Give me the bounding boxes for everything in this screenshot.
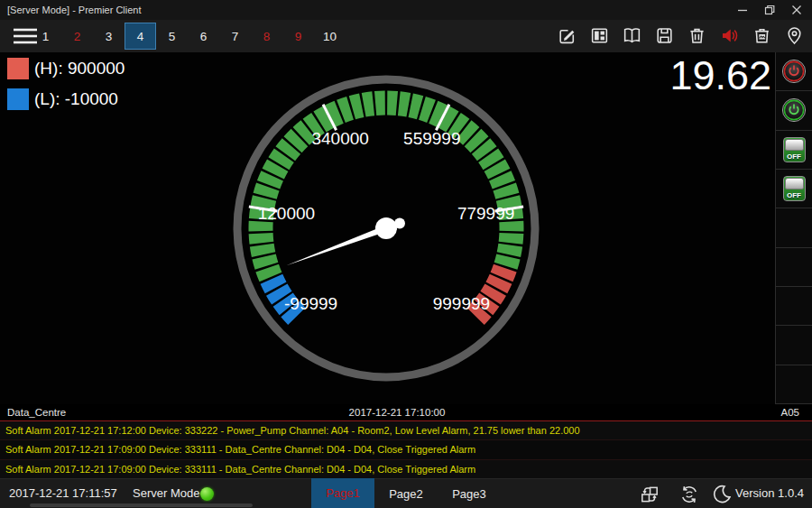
sidebar-cell-empty-5	[776, 208, 812, 247]
gauge-segment	[341, 108, 350, 111]
toggle-switch-1[interactable]: OFF	[776, 131, 812, 170]
gauge-tick-label: 120000	[258, 204, 315, 223]
swap-layout-icon[interactable]	[638, 483, 661, 506]
gauge-segment	[279, 155, 284, 163]
power-on-button[interactable]	[776, 91, 812, 130]
gauge-segment	[455, 123, 463, 128]
gauge-segment	[262, 245, 263, 255]
gauge-segment	[422, 108, 431, 111]
alarm-list: Soft Alarm 2017-12-21 17:12:00 Device: 3…	[0, 420, 812, 479]
gauge-segment	[269, 176, 272, 185]
sidebar-cell-empty-7	[776, 287, 812, 326]
gauge-panel: (H): 900000 (L): -10000 19.62 -999991200…	[0, 52, 812, 404]
legend-low-swatch	[7, 88, 29, 110]
close-icon[interactable]	[783, 0, 810, 20]
alarm-row-1[interactable]: Soft Alarm 2017-12-21 17:12:00 Device: 3…	[0, 421, 812, 440]
screen-tab-3[interactable]: 3	[93, 23, 125, 50]
screen-tab-5[interactable]: 5	[156, 23, 188, 50]
gauge-segment	[444, 117, 452, 122]
legend-high-row: (H): 900000	[7, 57, 125, 79]
legend-high-label: (H): 900000	[34, 59, 125, 79]
gauge-footer: Data_Centre 2017-12-21 17:10:00 A05	[0, 404, 812, 420]
legend-low-label: (L): -10000	[34, 89, 118, 109]
screen-tab-2[interactable]: 2	[61, 23, 93, 50]
screen-tab-10[interactable]: 10	[314, 23, 346, 50]
gauge-tick-label: 779999	[457, 204, 514, 223]
screen-tab-6[interactable]: 6	[188, 23, 219, 50]
gauge-segment	[273, 165, 278, 173]
control-sidebar: OFFOFF	[775, 52, 812, 404]
toggle-label: OFF	[784, 152, 805, 162]
save-icon[interactable]	[653, 24, 676, 47]
horizontal-scrollbar-thumb[interactable]	[30, 503, 253, 507]
gauge-tick-label: 559999	[403, 129, 460, 148]
restore-icon[interactable]	[756, 0, 783, 20]
channel-label: A05	[781, 404, 799, 420]
gauge-segment	[481, 146, 487, 153]
layout-grid-icon[interactable]	[588, 24, 611, 47]
sidebar-cell-empty-8	[776, 326, 812, 365]
gauge-segment	[433, 112, 442, 115]
screen-tab-8[interactable]: 8	[251, 23, 282, 50]
gauge-segment	[265, 187, 268, 196]
gauge-segment	[411, 106, 420, 108]
gauge-segment	[491, 290, 496, 298]
sync-icon[interactable]	[678, 483, 701, 506]
screen-tab-4[interactable]: 4	[125, 23, 156, 50]
gauge-segment	[506, 257, 509, 266]
toggle-off-icon: OFF	[783, 137, 806, 162]
page-button-Page1[interactable]: Page1	[311, 478, 374, 508]
gauge-segment	[264, 257, 267, 266]
screen-tab-9[interactable]: 9	[282, 23, 314, 50]
gauge-segment	[285, 146, 291, 153]
gauge-segment	[496, 279, 501, 288]
gauge-needle	[286, 226, 387, 265]
gauge-segment	[488, 155, 494, 163]
gauge-segment	[504, 187, 507, 196]
delete-icon[interactable]	[686, 24, 708, 47]
toggle-switch-2[interactable]: OFF	[776, 170, 812, 208]
alarm-row-3[interactable]: Soft Alarm 2017-12-21 17:09:00 Device: 3…	[0, 460, 812, 479]
logbook-icon[interactable]	[621, 24, 643, 47]
page-button-Page2[interactable]: Page2	[374, 479, 438, 508]
toggle-label: OFF	[784, 190, 805, 200]
gauge-segment	[301, 130, 309, 136]
gauge-segment	[330, 112, 339, 115]
alarm-sound-icon[interactable]	[718, 24, 741, 47]
gauge-segment	[267, 268, 271, 277]
gauge-segment	[509, 245, 511, 255]
gauge-hub	[375, 217, 397, 239]
location-icon[interactable]	[783, 24, 806, 47]
gauge-segment	[272, 279, 276, 288]
gauge-segment	[502, 268, 505, 277]
alarm-row-2[interactable]: Soft Alarm 2017-12-21 17:09:00 Device: 3…	[0, 440, 812, 459]
clear-history-icon[interactable]	[751, 24, 773, 47]
sidebar-cell-empty-6	[776, 248, 812, 287]
legend-low-row: (L): -10000	[7, 88, 125, 110]
gauge-segment	[293, 138, 300, 145]
gauge-segment	[511, 234, 512, 244]
toggle-knob	[785, 139, 804, 151]
toolbar-icons	[556, 24, 806, 47]
screen-tab-7[interactable]: 7	[219, 23, 251, 50]
window-title: [Server Mode] - Premier Client	[7, 0, 142, 20]
night-mode-icon[interactable]	[710, 483, 734, 506]
gauge-segment	[352, 106, 361, 108]
toolbar: 12345678910	[0, 20, 812, 52]
minimize-icon[interactable]	[729, 0, 756, 20]
toggle-off-icon: OFF	[783, 176, 806, 201]
app-window: [Server Mode] - Premier Client 123456789…	[0, 0, 812, 508]
version-label: Version 1.0.4	[735, 479, 804, 508]
gauge-segment	[387, 103, 397, 104]
power-off-button[interactable]	[776, 52, 812, 91]
screen-tab-1[interactable]: 1	[30, 23, 61, 50]
page-button-Page3[interactable]: Page3	[438, 479, 501, 508]
gauge-segment	[320, 117, 328, 122]
legend-high-swatch	[7, 58, 29, 79]
window-controls	[729, 0, 810, 20]
tab-strip: 12345678910	[30, 23, 346, 50]
gauge-segment	[364, 104, 374, 106]
edit-icon[interactable]	[556, 24, 578, 47]
gauge-segment	[500, 176, 503, 185]
server-status-indicator	[200, 487, 214, 501]
